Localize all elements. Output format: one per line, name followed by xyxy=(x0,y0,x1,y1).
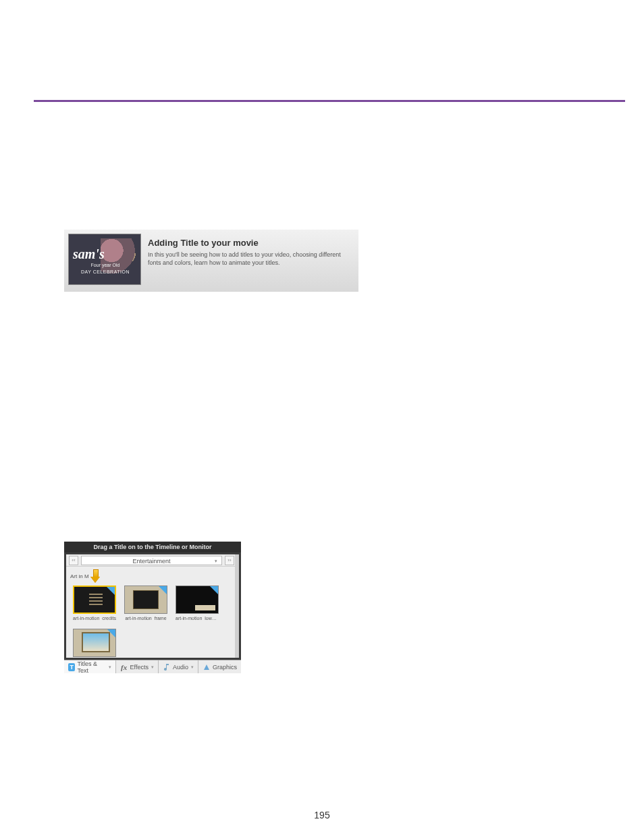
graphics-icon xyxy=(203,663,211,671)
category-dropdown[interactable]: Entertainment xyxy=(81,556,222,565)
thumb-image xyxy=(73,629,116,657)
tab-graphics[interactable]: Graphics xyxy=(198,660,241,673)
new-corner-badge xyxy=(159,586,167,594)
tab-audio[interactable]: Audio ▾ xyxy=(159,660,198,673)
music-note-icon xyxy=(163,663,171,671)
titles-panel: Drag a Title on to the Timeline or Monit… xyxy=(64,542,241,671)
video-thumbnail: sam's Four year Old DAY CELEBRATION xyxy=(68,234,141,285)
thumb-label: art-in-motion_lower3rd xyxy=(176,616,219,621)
title-template-thumb[interactable]: art-in-motion_credits xyxy=(73,585,116,621)
tab-effects[interactable]: fx Effects ▾ xyxy=(116,660,159,673)
thumb-label: art-in-motion_frame xyxy=(124,616,167,621)
tab-label: Titles & Text xyxy=(77,660,105,674)
title-template-thumb[interactable] xyxy=(73,629,116,659)
new-corner-badge xyxy=(210,586,218,594)
tab-label: Graphics xyxy=(213,664,237,671)
new-corner-badge xyxy=(107,587,115,595)
title-thumbnail-grid: art-in-motion_creditsart-in-motion_frame… xyxy=(66,583,237,659)
chevron-down-icon: ▾ xyxy=(109,664,111,670)
tab-titles-text[interactable]: T Titles & Text ▾ xyxy=(64,660,116,673)
titles-icon: T xyxy=(68,663,75,671)
title-template-thumb[interactable]: art-in-motion_lower3rd xyxy=(176,585,219,621)
video-info-card: sam's Four year Old DAY CELEBRATION Addi… xyxy=(64,230,358,292)
thumb-image xyxy=(176,585,219,614)
video-description: In this you'll be seeing how to add titl… xyxy=(148,251,353,267)
chevron-down-icon: ▾ xyxy=(151,664,154,670)
thumbnail-overlay-line1: Four year Old xyxy=(74,263,136,267)
thumb-image xyxy=(124,585,167,614)
effects-icon: fx xyxy=(120,663,128,671)
panel-header: Drag a Title on to the Timeline or Monit… xyxy=(64,542,241,552)
thumbnail-overlay-line2: DAY CELEBRATION xyxy=(74,269,136,274)
subcategory-row: Art in M xyxy=(66,567,237,583)
panel-body: ‹‹ Entertainment ›› Art in M art-in-moti… xyxy=(66,554,237,658)
new-corner-badge xyxy=(107,629,115,637)
category-back-button[interactable]: ‹‹ xyxy=(69,556,78,565)
title-template-thumb[interactable]: art-in-motion_frame xyxy=(124,585,167,621)
panel-tabs: T Titles & Text ▾ fx Effects ▾ Audio ▾ G… xyxy=(64,660,241,673)
thumb-label: art-in-motion_credits xyxy=(73,616,116,621)
yellow-arrow-icon xyxy=(90,569,100,583)
panel-scrollbar[interactable] xyxy=(235,554,239,658)
video-text-block: Adding Title to your movie In this you'l… xyxy=(148,234,353,288)
thumbnail-brand-text: sam's xyxy=(73,246,105,262)
chevron-down-icon: ▾ xyxy=(191,664,194,670)
page-number: 195 xyxy=(0,810,644,820)
subcategory-label: Art in M xyxy=(70,573,89,579)
tab-label: Effects xyxy=(130,664,149,671)
thumb-image xyxy=(73,585,116,614)
page-top-rule xyxy=(34,100,625,102)
category-forward-button[interactable]: ›› xyxy=(225,556,234,565)
category-bar: ‹‹ Entertainment ›› xyxy=(66,554,237,567)
tab-label: Audio xyxy=(173,664,188,671)
video-title: Adding Title to your movie xyxy=(148,238,353,248)
